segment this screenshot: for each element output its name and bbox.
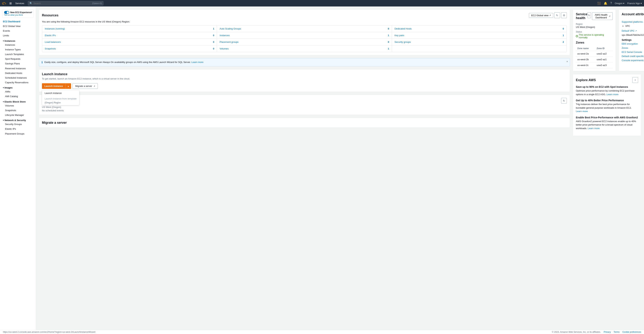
explore-aws-close[interactable]: × [632, 77, 638, 83]
help-icon[interactable]: ? [610, 2, 612, 5]
sidebar-item-spot-requests[interactable]: Spot Requests [0, 57, 36, 61]
sidebar-item-ec2-dashboard[interactable]: EC2 Dashboard [0, 19, 36, 24]
ec2-serial-console-link[interactable]: EC2 Serial Console [622, 51, 644, 54]
sidebar-item-scheduled-instances[interactable]: Scheduled Instances [0, 76, 36, 80]
new-ec2-link[interactable]: Tell us what you think [4, 14, 32, 16]
bell-icon[interactable]: 🔔 [604, 2, 607, 5]
explore-learn-more-link-1[interactable]: Learn more [576, 110, 588, 112]
resource-count[interactable]: 0 [388, 41, 389, 43]
zone-name: us-west-2b [576, 57, 595, 62]
sidebar-item-placement-groups[interactable]: Placement Groups [0, 132, 36, 136]
main-content: Resources EC2 Global view ↗ ↻ ⚙ You are … [36, 6, 644, 334]
sidebar-group-images[interactable]: ▾ Images [0, 85, 36, 90]
terms-link[interactable]: Terms [614, 331, 620, 333]
search-shortcut: [Option+S] [92, 2, 102, 4]
resource-count[interactable]: 2 [563, 41, 564, 43]
info-learn-more-link[interactable]: Learn more [191, 61, 203, 64]
sidebar-item-ec2-global-view[interactable]: EC2 Global View [0, 24, 36, 28]
resource-label[interactable]: Dedicated Hosts [394, 27, 412, 30]
privacy-link[interactable]: Privacy [604, 331, 611, 333]
sidebar: New EC2 Experience × Tell us what you th… [0, 6, 36, 334]
resources-settings-button[interactable]: ⚙ [561, 12, 567, 18]
sidebar-item-limits[interactable]: Limits [0, 33, 36, 38]
sidebar-item-instances[interactable]: Instances [0, 43, 36, 47]
sidebar-item-ami-catalog[interactable]: AMI Catalog [0, 94, 36, 99]
resource-count[interactable]: 1 [213, 27, 214, 30]
sidebar-item-lifecycle-manager[interactable]: Lifecycle Manager [0, 113, 36, 118]
sidebar-item-instance-types[interactable]: Instance Types [0, 47, 36, 52]
sidebar-item-volumes[interactable]: Volumes [0, 104, 36, 108]
sidebar-item-launch-templates[interactable]: Launch Templates [0, 52, 36, 57]
launch-instance-main-button[interactable]: Launch instance [42, 83, 66, 89]
launch-instance-card: Launch instance To get started, launch a… [39, 69, 570, 92]
external-link-icon: ↗ [549, 14, 551, 16]
health-external-icon: ↗ [609, 15, 610, 18]
ec2-global-view-button[interactable]: EC2 Global view ↗ [529, 13, 553, 18]
resource-label[interactable]: Placement groups [220, 41, 238, 43]
resource-label[interactable]: Load balancers [45, 41, 61, 43]
grid-menu-icon[interactable]: ⊞ [9, 2, 12, 5]
resource-count[interactable]: 1 [388, 47, 389, 50]
cookie-preferences-link[interactable]: Cookie preferences [622, 331, 641, 333]
new-ec2-toggle[interactable] [4, 11, 9, 14]
resource-label[interactable]: Key pairs [394, 34, 404, 37]
sidebar-item-capacity-reservations[interactable]: Capacity Reservations [0, 80, 36, 85]
user-menu[interactable]: Francis Ngo ▾ [627, 2, 642, 5]
scheduled-events-none: No scheduled events [42, 109, 567, 112]
sidebar-item-elastic-ips[interactable]: Elastic IPs [0, 126, 36, 131]
info-icon: ℹ [42, 60, 42, 64]
resource-label[interactable]: Security groups [394, 41, 411, 43]
sidebar-item-dedicated-hosts[interactable]: Dedicated Hosts [0, 71, 36, 76]
launch-instance-dropdown: Launch instance Launch instance from tem… [42, 90, 79, 105]
migrate-server-button[interactable]: Migrate a server ↗ [72, 83, 98, 89]
square-icon[interactable]: ⬛ [597, 2, 601, 5]
resource-label[interactable]: Instances (running) [45, 27, 65, 30]
resource-count[interactable]: 0 [213, 34, 214, 37]
resource-count[interactable]: 1 [563, 34, 564, 37]
explore-learn-more-link-0[interactable]: Learn more [606, 93, 618, 96]
resource-count[interactable]: 0 [563, 27, 564, 30]
sidebar-group-instances[interactable]: ▾ Instances [0, 38, 36, 43]
zones-link[interactable]: Zones [622, 46, 644, 49]
resource-label[interactable]: Snapshots [45, 47, 56, 50]
search-input[interactable] [34, 2, 91, 5]
dropdown-item-launch[interactable]: Launch instance [42, 90, 79, 96]
supported-platforms-link[interactable]: Supported platforms ↗ [622, 20, 644, 23]
sidebar-item-events[interactable]: Events [0, 28, 36, 33]
resource-count[interactable]: 0 [388, 27, 389, 30]
ebs-encryption-link[interactable]: EBS encryption [622, 42, 644, 45]
default-vpc-link[interactable]: Default VPC ↗ [622, 30, 644, 32]
resource-label[interactable]: Elastic IPs [45, 34, 56, 37]
sidebar-item-security-groups[interactable]: Security Groups [0, 122, 36, 126]
sidebar-item-amis[interactable]: AMIs [0, 90, 36, 94]
info-banner-close[interactable]: × [566, 60, 568, 63]
resource-count[interactable]: 0 [213, 47, 214, 50]
sidebar-group-ebs[interactable]: ▾ Elastic Block Store [0, 99, 36, 104]
sidebar-item-savings-plans[interactable]: Savings Plans [0, 61, 36, 66]
launch-instance-dropdown-arrow[interactable]: ▲ [66, 84, 71, 89]
sidebar-group-network[interactable]: ▾ Network & Security [0, 118, 36, 122]
zone-row: us-west-2ausw2-az2 [576, 51, 613, 57]
new-ec2-close[interactable]: × [31, 10, 32, 14]
sidebar-item-snapshots[interactable]: Snapshots [0, 108, 36, 113]
resource-label[interactable]: Instances [220, 34, 230, 37]
resource-label[interactable]: Auto Scaling Groups [220, 27, 241, 30]
migrate-external-icon: ↗ [94, 85, 95, 87]
zone-name: us-west-2a [576, 51, 595, 57]
service-health-refresh[interactable]: ↻ [587, 12, 591, 18]
services-nav[interactable]: Services [14, 2, 26, 5]
aws-logo[interactable]: aws [2, 2, 7, 5]
default-credit-link[interactable]: Default credit specification [622, 55, 644, 58]
console-experiments-link[interactable]: Console experiments [622, 59, 644, 62]
sidebar-item-reserved-instances[interactable]: Reserved Instances [0, 66, 36, 71]
info-banner: ℹ Easily size, configure, and deploy Mic… [39, 58, 570, 66]
scheduled-events-refresh[interactable]: ↻ [561, 98, 567, 104]
aws-health-dashboard-button[interactable]: AWS Health Dashboard ↗ [592, 12, 613, 20]
region-selector[interactable]: Oregon ▾ [615, 2, 624, 5]
zone-name: us-west-2c [576, 62, 595, 68]
resource-count[interactable]: 1 [388, 34, 389, 37]
resources-refresh-button[interactable]: ↻ [554, 12, 560, 18]
resource-label[interactable]: Volumes [220, 47, 228, 50]
explore-learn-more-link-2[interactable]: Learn more [588, 127, 600, 130]
resource-count[interactable]: 0 [213, 41, 214, 43]
